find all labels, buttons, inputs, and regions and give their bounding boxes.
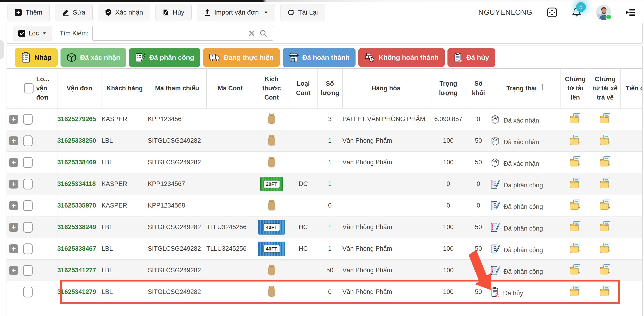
table-row[interactable]: +31625335970KASPERKPP1234568000Đã phân c… xyxy=(7,195,642,216)
table-row[interactable]: +31625338249LBLSITGLCSG249282TLLU3245256… xyxy=(7,216,642,238)
table-row[interactable]: +31625279265KASPERKPP1234563PALLET VĂN P… xyxy=(7,109,642,130)
expand-row-button[interactable]: + xyxy=(9,158,18,167)
expand-row-button[interactable]: + xyxy=(9,201,18,210)
header-tien-do[interactable]: Tiến độ xyxy=(620,69,642,109)
shipment-code-link[interactable]: 31625338250 xyxy=(58,137,96,144)
header-so-khoi[interactable]: Số khối xyxy=(467,69,490,109)
shipment-code-link[interactable]: 31625341277 xyxy=(58,267,96,274)
driver-returned-documents-icon[interactable] xyxy=(600,135,611,145)
status-filter-draft[interactable]: Nháp xyxy=(15,48,58,67)
uploaded-documents-icon[interactable] xyxy=(570,200,581,210)
header-hang-hoa[interactable]: Hàng hóa xyxy=(342,69,430,109)
header-so-luong[interactable]: Số lượng xyxy=(317,69,342,109)
header-kich-thuoc-cont[interactable]: Kích thước Cont xyxy=(254,69,289,109)
table-row[interactable]: +31625334118KASPERKPP123456720FTDC100Đã … xyxy=(7,173,642,195)
fullscreen-icon[interactable] xyxy=(547,7,557,18)
cancel-button[interactable]: Hủy xyxy=(156,4,192,21)
status-filter-confirmed[interactable]: Đã xác nhận xyxy=(60,48,126,67)
driver-returned-documents-icon[interactable] xyxy=(600,200,611,210)
reload-button[interactable]: Tải Lại xyxy=(280,4,325,21)
row-checkbox[interactable] xyxy=(23,179,32,189)
header-loai-van-don[interactable]: Lo... vận đơn xyxy=(21,69,57,109)
search-icon[interactable] xyxy=(260,29,267,37)
header-khach-hang[interactable]: Khách hàng xyxy=(102,69,148,109)
cell-hang-hoa: Văn Phòng Phẩm xyxy=(342,216,430,238)
table-row[interactable]: +31625338250LBLSITGLCSG2492821Văn Phòng … xyxy=(7,130,642,152)
shipment-code-link[interactable]: 31625334118 xyxy=(58,180,96,187)
notifications-button[interactable]: 5 xyxy=(572,7,582,18)
driver-returned-documents-icon[interactable] xyxy=(600,264,611,275)
driver-returned-documents-icon[interactable] xyxy=(600,178,611,188)
header-trong-luong[interactable]: Trọng lượng xyxy=(430,69,467,109)
table-row[interactable]: +31625338469LBLSITGLCSG2492821Văn Phòng … xyxy=(7,152,642,173)
row-checkbox[interactable] xyxy=(23,135,32,146)
table-row[interactable]: +31625341277LBLSITGLCSG24928250Văn Phòng… xyxy=(7,260,642,281)
row-checkbox[interactable] xyxy=(23,287,32,297)
select-all-checkbox[interactable] xyxy=(24,83,34,93)
expand-row-button[interactable]: + xyxy=(9,136,18,145)
header-chung-tu-tai-len[interactable]: Chứng từ tải lên xyxy=(560,69,590,109)
filter-bar: Lọc Tìm Kiếm: xyxy=(6,23,642,44)
status-filter-in-progress[interactable]: Đang thực hiện xyxy=(203,48,280,67)
filter-button[interactable]: Lọc xyxy=(13,26,52,41)
uploaded-documents-icon[interactable] xyxy=(570,264,581,275)
shipment-code-link[interactable]: 31625279265 xyxy=(58,116,96,123)
uploaded-documents-icon[interactable] xyxy=(570,178,581,188)
import-shipments-button[interactable]: Import vận đơn xyxy=(197,4,276,21)
table-row[interactable]: +31625338467LBLSITGLCSG249282TLLU3245256… xyxy=(7,238,642,260)
status-filter-assigned[interactable]: Đã phân công xyxy=(129,48,200,67)
header-ma-tham-chieu[interactable]: Mã tham chiếu xyxy=(148,69,206,109)
expand-row-button[interactable]: + xyxy=(9,266,18,275)
row-checkbox[interactable] xyxy=(23,265,32,276)
cell-so-khoi: 50 xyxy=(467,216,490,238)
cell-khach-hang: LBL xyxy=(102,216,148,238)
header-loai-cont[interactable]: Loại Cont xyxy=(289,69,317,109)
row-checkbox[interactable] xyxy=(23,222,32,233)
uploaded-documents-icon[interactable] xyxy=(570,156,581,167)
expand-row-button[interactable]: + xyxy=(9,180,18,188)
driver-returned-documents-icon[interactable] xyxy=(600,156,611,167)
cell-ma-tham-chieu: SITGLCSG249282 xyxy=(148,216,206,238)
sidebar-collapsed-tab[interactable] xyxy=(0,40,4,59)
driver-returned-documents-icon[interactable] xyxy=(600,286,611,296)
shipment-code-link[interactable]: 31625341279 xyxy=(58,288,96,295)
uploaded-documents-icon[interactable] xyxy=(570,221,581,231)
cell-trang-thai: Đã xác nhận xyxy=(490,130,560,152)
uploaded-documents-icon[interactable] xyxy=(570,135,581,145)
confirm-button[interactable]: Xác nhận xyxy=(98,4,150,21)
uploaded-documents-icon[interactable] xyxy=(570,113,581,124)
cell-khach-hang: LBL xyxy=(102,281,148,303)
expand-row-button[interactable]: + xyxy=(9,115,18,124)
driver-returned-documents-icon[interactable] xyxy=(600,221,611,231)
status-filter-not-completed[interactable]: Không hoàn thành xyxy=(358,48,445,67)
shipment-code-link[interactable]: 31625338469 xyxy=(58,159,96,166)
status-filter-cancelled[interactable]: Đã hủy xyxy=(448,48,495,67)
uploaded-documents-icon[interactable] xyxy=(570,243,581,253)
row-checkbox[interactable] xyxy=(23,200,32,211)
driver-returned-documents-icon[interactable] xyxy=(600,113,611,124)
shipment-code-link[interactable]: 31625335970 xyxy=(58,202,96,209)
table-row[interactable]: 31625341279LBLSITGLCSG2492820Văn Phòng P… xyxy=(7,281,642,303)
expand-row-button[interactable]: + xyxy=(9,223,18,232)
header-chung-tu-tra-ve[interactable]: Chứng từ tài xế trả về xyxy=(590,69,620,109)
status-filter-completed[interactable]: Đã hoàn thành xyxy=(282,48,356,67)
row-checkbox[interactable] xyxy=(23,157,32,168)
shipment-code-link[interactable]: 31625338467 xyxy=(58,245,96,252)
header-ma-cont[interactable]: Mã Cont xyxy=(206,69,254,109)
cell-kich-thuoc-cont: 40FT xyxy=(254,216,289,238)
uploaded-documents-icon[interactable] xyxy=(570,286,581,296)
header-trang-thai[interactable]: Trạng thái xyxy=(490,69,560,109)
row-checkbox[interactable] xyxy=(23,243,32,254)
header-van-don[interactable]: Vận đơn xyxy=(57,69,102,109)
shipment-code-link[interactable]: 31625338249 xyxy=(58,223,96,230)
clear-search-icon[interactable] xyxy=(248,30,255,36)
row-checkbox[interactable] xyxy=(23,114,32,125)
avatar[interactable] xyxy=(596,5,611,20)
sidebar-toggle-icon[interactable] xyxy=(626,9,636,17)
bag-icon xyxy=(267,112,276,124)
edit-button[interactable]: Sửa xyxy=(55,4,93,21)
add-button[interactable]: Thêm xyxy=(8,4,50,21)
expand-row-button[interactable]: + xyxy=(9,244,18,253)
search-input[interactable] xyxy=(92,26,273,41)
driver-returned-documents-icon[interactable] xyxy=(600,243,611,253)
